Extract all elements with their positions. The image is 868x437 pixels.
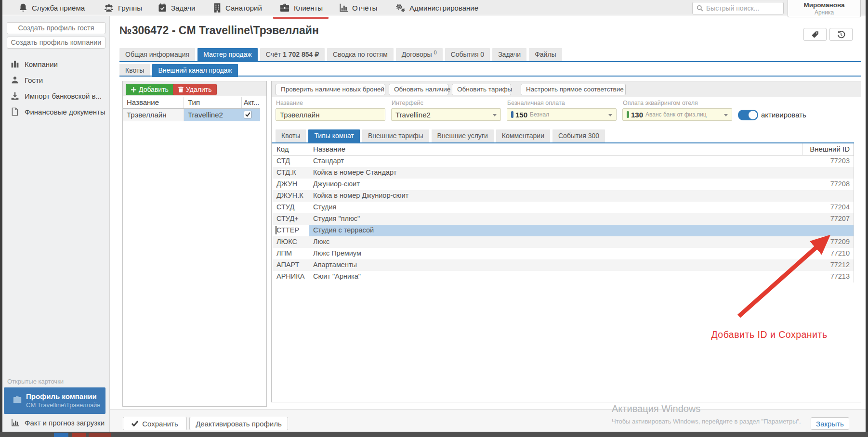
document-icon [10, 107, 20, 116]
room-type-row-selected[interactable]: СТТЕРСтудия с террасой [273, 225, 854, 236]
nav-item-groups[interactable]: Группы [104, 0, 142, 15]
nav-item-label: Клиенты [294, 4, 323, 12]
history-button[interactable] [829, 28, 853, 41]
quick-search-input[interactable]: Быстрый поиск... [692, 2, 784, 14]
active-nav-indicator [273, 17, 329, 19]
tags-button[interactable] [803, 28, 827, 41]
building-icon [213, 3, 222, 13]
create-company-profile-button[interactable]: Создать профиль компании [7, 37, 105, 49]
room-type-row[interactable]: ДЖУНДжуниор-сюит77208 [273, 179, 854, 190]
nav-item-reports[interactable]: Отчёты [339, 0, 377, 15]
open-cards-label: Открытые карточки [7, 378, 64, 385]
column-header-external-id[interactable]: Внешний ID [802, 143, 854, 155]
sidebar-item-companies[interactable]: Компании [2, 58, 110, 70]
room-type-row[interactable]: АРНИКАСюит "Арника"77213 [273, 271, 854, 283]
tab-external-rates[interactable]: Внешние тарифы [362, 129, 429, 142]
tab-account[interactable]: Счёт 1 702 854 ₽ [260, 48, 325, 61]
column-header-active[interactable]: Акт... [242, 97, 260, 108]
check-icon [132, 421, 138, 426]
room-type-row[interactable]: СТДСтандарт77203 [273, 155, 854, 167]
check-new-bookings-button[interactable]: Проверить наличие новых броней [276, 84, 385, 95]
tab-events[interactable]: События 0 [445, 48, 490, 61]
column-header-name[interactable]: Название [309, 143, 802, 155]
room-type-row[interactable]: ЛЮКСЛюкс77209 [273, 236, 854, 248]
column-header-code[interactable]: Код [273, 143, 309, 155]
create-guest-profile-button[interactable]: Создать профиль гостя [7, 22, 105, 34]
column-header-name[interactable]: Название [123, 97, 184, 108]
nav-item-label: Служба приёма [32, 4, 85, 12]
tab-room-types[interactable]: Типы комнат [308, 129, 360, 142]
sidebar-item-load-forecast[interactable]: Факт и прогноз загрузки [2, 416, 110, 429]
tab-general-info[interactable]: Общая информация [119, 48, 195, 61]
tab-quotas[interactable]: Квоты [276, 129, 306, 142]
add-channel-button[interactable]: Добавить [126, 84, 174, 95]
taskbar-app-icon[interactable] [89, 433, 111, 437]
user-name: Мироманова [788, 1, 860, 9]
room-type-row[interactable]: СТУД+Студия "плюс"77207 [273, 213, 854, 225]
delete-channel-button[interactable]: Удалить [173, 84, 217, 95]
room-type-row[interactable]: СТД.ККойка в номере Стандарт [273, 167, 854, 179]
acquiring-payment-select[interactable]: 130Аванс банк от физ.лиц [622, 108, 732, 121]
save-button[interactable]: Сохранить [123, 417, 187, 430]
person-icon [10, 76, 20, 84]
activate-toggle[interactable] [738, 110, 758, 120]
open-card-company-profile[interactable]: Профиль компании CM Travelline\Трэвеллай… [4, 387, 105, 414]
sidebar-item-label: Импорт банковской в... [25, 92, 102, 100]
toggle-knob [749, 111, 757, 119]
nav-item-administration[interactable]: Администрирование [395, 0, 478, 15]
active-checkbox[interactable] [244, 111, 251, 118]
subtab-external-sales-channel[interactable]: Внешний канал продаж [152, 64, 237, 77]
bar-chart-icon [10, 418, 20, 427]
windows-taskbar[interactable] [0, 432, 868, 437]
nav-item-clients[interactable]: Клиенты [279, 0, 323, 15]
chevron-down-icon [724, 114, 728, 116]
bell-icon [18, 3, 28, 13]
close-button[interactable]: Закрыть [811, 417, 849, 430]
sidebar-item-label: Компании [25, 60, 58, 68]
tabs-underline [119, 61, 861, 62]
sidebar-item-bank-import[interactable]: Импорт банковской в... [2, 90, 110, 102]
tab-guests-summary[interactable]: Сводка по гостям [327, 48, 394, 61]
nav-item-tasks[interactable]: Задачи [158, 0, 195, 15]
deactivate-profile-button[interactable]: Деактивировать профиль [189, 417, 288, 430]
nav-item-front-desk[interactable]: Служба приёма [18, 0, 85, 15]
channel-detail-tabs: Квоты Типы комнат Внешние тарифы Внешние… [276, 129, 605, 142]
history-icon [837, 30, 845, 39]
room-type-row[interactable]: АПАРТАпартаменты77212 [273, 259, 854, 271]
activate-toggle-label: активировать [761, 111, 806, 119]
taskbar-app-icon[interactable] [72, 433, 86, 437]
room-type-row[interactable]: ЛПМЛюкс Премиум77210 [273, 248, 854, 259]
tab-contracts-count: 0 [434, 50, 437, 55]
tab-sales-master[interactable]: Мастер продаж [197, 48, 258, 61]
nav-item-sanatorium[interactable]: Санаторий [213, 0, 262, 15]
room-types-table: Код Название Внешний ID СТДСтандарт77203… [273, 143, 854, 283]
user-organization: Арника [788, 9, 860, 16]
briefcase-icon [279, 3, 290, 13]
trash-icon [178, 87, 184, 92]
cashless-payment-select[interactable]: 150Безнал [507, 108, 617, 121]
room-type-row[interactable]: СТУДСтудия77204 [273, 202, 854, 213]
interface-select[interactable]: Travelline2 [391, 108, 501, 121]
panel-splitter[interactable] [269, 81, 269, 407]
sidebar-item-guests[interactable]: Гости [2, 74, 110, 86]
room-type-row[interactable]: ДЖУН.ККойка в номер Джуниор-сюит [273, 190, 854, 202]
channel-row[interactable]: Трэвеллайн Travelline2 [123, 109, 260, 121]
column-header-type[interactable]: Тип [184, 97, 242, 108]
channel-name-input[interactable]: Трэвеллайн [276, 108, 385, 121]
search-placeholder: Быстрый поиск... [706, 4, 759, 12]
briefcase-icon [13, 395, 22, 404]
user-menu[interactable]: Мироманова Арника [788, 0, 861, 17]
tab-files[interactable]: Файлы [529, 48, 562, 61]
tab-external-services[interactable]: Внешние услуги [432, 129, 494, 142]
taskbar-app-icon[interactable] [54, 433, 68, 437]
sidebar-item-financial-documents[interactable]: Финансовые документы [2, 105, 110, 118]
tab-comments[interactable]: Комментарии [496, 129, 550, 142]
tab-tasks[interactable]: Задачи [492, 48, 526, 61]
tab-events-300[interactable]: События 300 [552, 129, 605, 142]
direct-mapping-button[interactable]: Настроить прямое соответствие [521, 84, 626, 95]
subtab-quotas[interactable]: Квоты [119, 64, 150, 77]
channels-panel: Добавить Удалить Название Тип Акт... Трэ… [122, 81, 267, 407]
tab-contracts[interactable]: Договоры 0 [396, 48, 443, 61]
refresh-rates-button[interactable]: Обновить тарифы [452, 84, 511, 95]
refresh-availability-button[interactable]: Обновить наличие [389, 84, 448, 95]
